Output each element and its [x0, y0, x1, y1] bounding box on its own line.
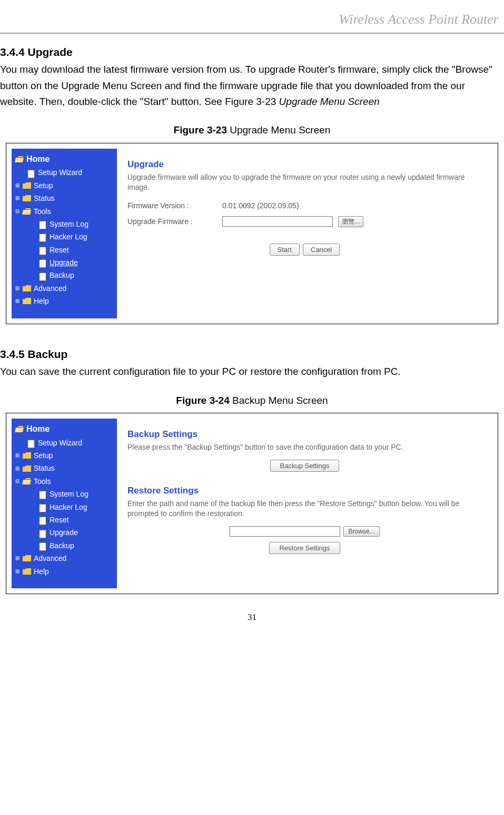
folder-closed-icon — [22, 182, 32, 189]
upgrade-body-italic: Upgrade Menu Screen — [279, 96, 380, 107]
nav-system-log-label: System Log — [50, 488, 88, 500]
page-icon — [38, 220, 47, 228]
nav-status[interactable]: ⊞ Status — [12, 462, 117, 474]
upgrade-firmware-label: Upgrade Firmware : — [127, 216, 217, 227]
svg-rect-6 — [28, 440, 35, 448]
nav-setup-wizard[interactable]: Setup Wizard — [12, 166, 117, 179]
page-icon — [38, 272, 47, 279]
start-button[interactable]: Start — [270, 244, 300, 256]
nav-system-log[interactable]: System Log — [12, 488, 117, 500]
browse-button[interactable]: 瀏覽... — [338, 216, 363, 227]
nav-status[interactable]: ⊞ Status — [12, 192, 117, 205]
nav-setup[interactable]: ⊞ Setup — [12, 179, 117, 192]
browse-button[interactable]: Browse... — [343, 526, 379, 537]
nav-setup-wizard-label: Setup Wizard — [38, 437, 82, 449]
nav-reset[interactable]: Reset — [12, 244, 117, 256]
folder-open-icon — [22, 478, 32, 485]
nav-setup-label: Setup — [34, 180, 53, 191]
nav-reset-label: Reset — [50, 514, 69, 526]
svg-rect-7 — [39, 491, 46, 499]
page-icon — [38, 259, 47, 266]
upgrade-firmware-row: Upgrade Firmware : 瀏覽... — [127, 216, 482, 227]
figure-caption-backup-bold: Figure 3-24 — [176, 395, 229, 406]
folder-closed-icon — [22, 297, 32, 305]
section-body-backup: You can save the current configuration f… — [0, 364, 504, 380]
folder-closed-icon — [22, 285, 32, 292]
svg-rect-10 — [39, 530, 46, 538]
upgrade-button-group: Start Cancel — [127, 244, 482, 256]
nav-backup[interactable]: Backup — [12, 269, 117, 282]
upgrade-firmware-input[interactable] — [222, 216, 333, 227]
svg-rect-5 — [39, 273, 46, 280]
tree-expand-icon: ⊞ — [15, 453, 20, 458]
folder-closed-icon — [22, 465, 32, 472]
nav-hacker-log-label: Hacker Log — [50, 501, 87, 513]
restore-settings-title: Restore Settings — [127, 483, 482, 498]
nav-tools[interactable]: ⊟ Tools — [12, 205, 117, 218]
nav-setup-wizard-label: Setup Wizard — [38, 167, 82, 178]
tree-expand-icon: ⊞ — [15, 298, 20, 304]
nav-advanced[interactable]: ⊞ Advanced — [12, 552, 117, 565]
tree-expand-icon: ⊞ — [15, 569, 20, 574]
firmware-version-row: Firmware Version : 0.01.0092 (2002.09.05… — [127, 200, 482, 211]
tree-expand-icon: ⊞ — [15, 556, 20, 561]
nav-backup[interactable]: Backup — [12, 539, 117, 552]
nav-reset[interactable]: Reset — [12, 513, 117, 526]
folder-closed-icon — [22, 568, 32, 575]
nav-backup-label: Backup — [50, 269, 74, 281]
section-heading-backup: 3.4.5 Backup — [0, 345, 504, 363]
nav-home-label: Home — [26, 422, 50, 436]
firmware-version-label: Firmware Version : — [127, 200, 217, 211]
nav-help[interactable]: ⊞ Help — [12, 295, 117, 307]
nav-help[interactable]: ⊞ Help — [12, 565, 117, 578]
figure-caption-backup-rest: Backup Menu Screen — [230, 395, 328, 406]
page-icon — [26, 439, 36, 447]
nav-hacker-log[interactable]: Hacker Log — [12, 501, 117, 513]
nav-home[interactable]: Home — [12, 152, 117, 167]
nav-home[interactable]: Home — [12, 422, 117, 436]
nav-advanced-label: Advanced — [34, 283, 66, 294]
nav-setup[interactable]: ⊞ Setup — [12, 449, 117, 462]
upgrade-panel: Upgrade Upgrade firmware will allow you … — [117, 149, 492, 318]
folder-open-icon — [15, 156, 24, 163]
nav-help-label: Help — [34, 566, 49, 577]
nav-upgrade[interactable]: Upgrade — [12, 256, 117, 269]
nav-tools[interactable]: ⊟ Tools — [12, 475, 117, 488]
page-icon — [38, 246, 47, 254]
nav-hacker-log-label: Hacker Log — [50, 231, 87, 242]
backup-settings-desc: Please press the "Backup Settings" butto… — [127, 442, 482, 452]
restore-settings-button[interactable]: Restore Settings — [269, 542, 340, 554]
folder-open-icon — [15, 425, 24, 433]
folder-closed-icon — [22, 555, 32, 562]
nav-status-label: Status — [34, 192, 55, 204]
tree-expand-icon: ⊞ — [15, 196, 20, 201]
page-icon — [38, 516, 47, 523]
nav-setup-label: Setup — [34, 450, 53, 461]
nav-system-log-label: System Log — [50, 218, 88, 230]
tree-expand-icon: ⊞ — [15, 183, 20, 188]
backup-panel: Backup Settings Please press the "Backup… — [117, 419, 492, 588]
restore-path-input[interactable] — [230, 526, 340, 537]
nav-help-label: Help — [34, 295, 49, 307]
nav-setup-wizard[interactable]: Setup Wizard — [12, 436, 117, 449]
nav-system-log[interactable]: System Log — [12, 218, 117, 230]
page-icon — [38, 529, 47, 537]
nav-backup-label: Backup — [50, 540, 74, 551]
nav-hacker-log[interactable]: Hacker Log — [12, 230, 117, 243]
figure-box-backup: Home Setup Wizard ⊞ Setup ⊞ Status — [6, 413, 498, 594]
svg-rect-4 — [39, 260, 46, 268]
backup-settings-button[interactable]: Backup Settings — [270, 460, 340, 472]
nav-advanced-label: Advanced — [34, 552, 66, 564]
nav-tools-label: Tools — [34, 206, 51, 217]
nav-advanced[interactable]: ⊞ Advanced — [12, 282, 117, 295]
cancel-button[interactable]: Cancel — [303, 244, 340, 256]
nav-tools-label: Tools — [34, 476, 51, 487]
svg-rect-11 — [39, 542, 46, 550]
section-heading-upgrade: 3.4.4 Upgrade — [0, 43, 504, 61]
nav-home-label: Home — [26, 152, 50, 166]
nav-status-label: Status — [34, 462, 55, 474]
tree-expand-icon: ⊞ — [15, 286, 20, 291]
svg-rect-3 — [39, 247, 46, 255]
nav-upgrade[interactable]: Upgrade — [12, 526, 117, 539]
header-title: Wireless Access Point Router — [339, 12, 499, 27]
